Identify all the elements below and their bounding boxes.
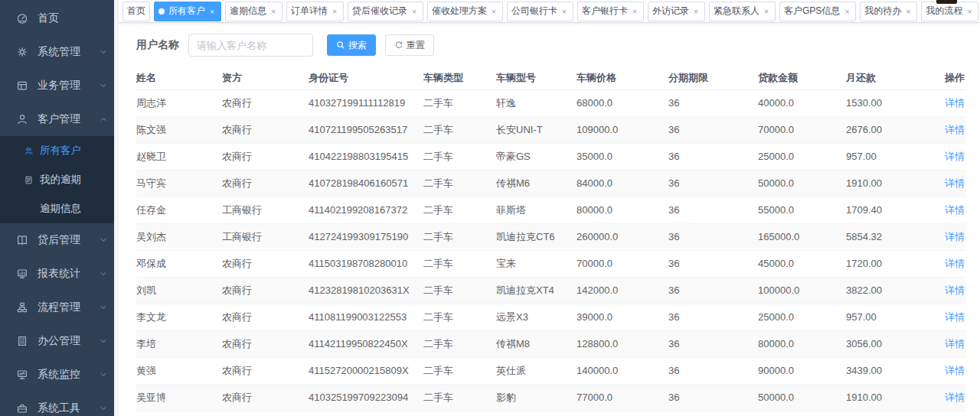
cell: 传祺M8 — [496, 330, 577, 357]
office-icon — [16, 335, 28, 347]
tab-12[interactable]: 我的流程× — [921, 2, 978, 21]
sidebar-item-1[interactable]: 系统管理 — [0, 35, 119, 69]
table-row: 刘凯农商行41232819810203631X二手车凯迪拉克XT4142000.… — [136, 277, 966, 304]
tab-6[interactable]: 公司银行卡× — [507, 2, 573, 21]
action-cell: 详情 — [936, 250, 966, 277]
cell: 二手车 — [423, 170, 496, 197]
cell: 70000.0 — [758, 116, 846, 143]
detail-link[interactable]: 详情 — [945, 338, 965, 349]
column-header-7: 贷款金额 — [758, 67, 846, 89]
active-tab-dot — [158, 8, 165, 15]
detail-link[interactable]: 详情 — [945, 284, 965, 296]
sidebar-subitem-2[interactable]: 逾期信息 — [0, 194, 119, 223]
table-row: 黄强农商行41152720000215809X二手车英仕派140000.0369… — [136, 357, 966, 384]
tab-label: 所有客户 — [168, 5, 205, 18]
cell: 刘凯 — [136, 277, 222, 304]
detail-link[interactable]: 详情 — [945, 151, 965, 162]
detail-link[interactable]: 详情 — [945, 177, 965, 189]
table-row: 马守宾农商行410728198406160571二手车传祺M684000.036… — [136, 170, 966, 197]
refresh-icon — [394, 41, 403, 50]
sidebar: 首页系统管理业务管理客户管理所有客户我的逾期逾期信息贷后管理报表统计流程管理办公… — [0, 0, 119, 416]
sidebar-subitem-1[interactable]: 我的逾期 — [0, 165, 119, 194]
tab-0[interactable]: 首页 — [122, 2, 150, 21]
cell: 远景X3 — [496, 304, 577, 330]
cell: 二手车 — [423, 143, 496, 170]
action-cell: 详情 — [936, 143, 966, 170]
cell: 黄强 — [136, 357, 222, 384]
tab-9[interactable]: 紧急联系人× — [709, 2, 776, 21]
tab-close-icon[interactable]: × — [903, 7, 913, 16]
sidebar-item-3[interactable]: 客户管理 — [0, 102, 119, 136]
tab-8[interactable]: 外访记录× — [648, 2, 705, 21]
tab-close-icon[interactable]: × — [630, 7, 639, 16]
tab-close-icon[interactable]: × — [269, 7, 278, 16]
cell: 109000.0 — [577, 116, 668, 143]
tab-close-icon[interactable]: × — [207, 7, 217, 16]
tab-4[interactable]: 贷后催收记录× — [348, 2, 423, 21]
cell: 25000.0 — [758, 143, 846, 170]
chevron-up-icon — [99, 115, 108, 124]
customer-name-input[interactable] — [188, 34, 313, 57]
sidebar-item-0[interactable]: 首页 — [0, 2, 119, 35]
sidebar-item-4[interactable]: 贷后管理 — [0, 223, 119, 257]
detail-link[interactable]: 详情 — [945, 124, 965, 135]
tab-7[interactable]: 客户银行卡× — [577, 2, 644, 21]
detail-link[interactable]: 详情 — [945, 365, 965, 376]
cell: 长安UNI-T — [496, 116, 577, 143]
avatar-partial[interactable] — [936, 0, 957, 4]
column-header-2: 身份证号 — [309, 67, 423, 89]
cell: 35000.0 — [577, 143, 668, 170]
table-row: 陈文强农商行410721199505263517二手车长安UNI-T109000… — [136, 116, 966, 143]
reset-button[interactable]: 重置 — [385, 34, 434, 56]
sidebar-submenu: 所有客户我的逾期逾期信息 — [0, 136, 119, 223]
table-row: 吴亚博农商行410325199709223094二手车影豹77000.03650… — [136, 384, 966, 411]
cell: 36 — [668, 197, 758, 223]
tab-10[interactable]: 客户GPS信息× — [779, 2, 856, 21]
sidebar-item-5[interactable]: 报表统计 — [0, 257, 119, 291]
detail-link[interactable]: 详情 — [945, 311, 965, 323]
tab-2[interactable]: 逾期信息× — [225, 2, 283, 21]
sidebar-item-7[interactable]: 办公管理 — [0, 324, 119, 358]
detail-link[interactable]: 详情 — [945, 392, 965, 403]
tab-close-icon[interactable]: × — [762, 7, 771, 16]
sidebar-item-9[interactable]: 系统工具 — [0, 392, 119, 416]
tab-1[interactable]: 所有客户× — [154, 2, 221, 21]
table-row: 赵晓卫农商行410422198803195415二手车帝豪GS35000.036… — [136, 143, 966, 170]
sidebar-scrollbar[interactable] — [114, 0, 119, 416]
tab-11[interactable]: 我的待办× — [860, 2, 917, 21]
cell: 260000.0 — [577, 223, 668, 250]
gear-icon — [16, 46, 28, 58]
cell: 农商行 — [222, 250, 309, 277]
cell: 50000.0 — [758, 384, 846, 411]
cell: 957.00 — [846, 304, 936, 330]
tab-close-icon[interactable]: × — [410, 7, 419, 16]
cell: 3822.00 — [846, 277, 936, 304]
tab-close-icon[interactable]: × — [691, 7, 701, 16]
cell: 410422198803195415 — [309, 143, 423, 170]
tab-close-icon[interactable]: × — [489, 7, 498, 16]
tab-close-icon[interactable]: × — [965, 7, 974, 16]
action-cell: 详情 — [936, 116, 966, 143]
search-button[interactable]: 搜索 — [327, 34, 376, 56]
tab-3[interactable]: 订单详情× — [286, 2, 344, 21]
tab-5[interactable]: 催收处理方案× — [427, 2, 503, 21]
detail-link[interactable]: 详情 — [945, 204, 965, 216]
chevron-down-icon — [99, 269, 108, 278]
sidebar-item-6[interactable]: 流程管理 — [0, 291, 119, 324]
tab-close-icon[interactable]: × — [330, 7, 339, 16]
sidebar-item-8[interactable]: 系统监控 — [0, 358, 119, 392]
search-icon — [336, 41, 345, 50]
tab-close-icon[interactable]: × — [842, 7, 851, 16]
doc-icon — [24, 175, 34, 185]
detail-link[interactable]: 详情 — [945, 258, 965, 269]
detail-link[interactable]: 详情 — [945, 231, 965, 242]
chevron-down-icon — [99, 47, 108, 57]
sidebar-item-2[interactable]: 业务管理 — [0, 69, 119, 102]
detail-link[interactable]: 详情 — [945, 97, 965, 109]
tab-close-icon[interactable]: × — [560, 7, 569, 16]
cell: 36 — [668, 143, 758, 170]
sidebar-subitem-0[interactable]: 所有客户 — [0, 136, 119, 165]
sidebar-item-label: 流程管理 — [38, 301, 80, 314]
cell: 周志洋 — [136, 89, 222, 116]
cell: 二手车 — [423, 384, 496, 411]
